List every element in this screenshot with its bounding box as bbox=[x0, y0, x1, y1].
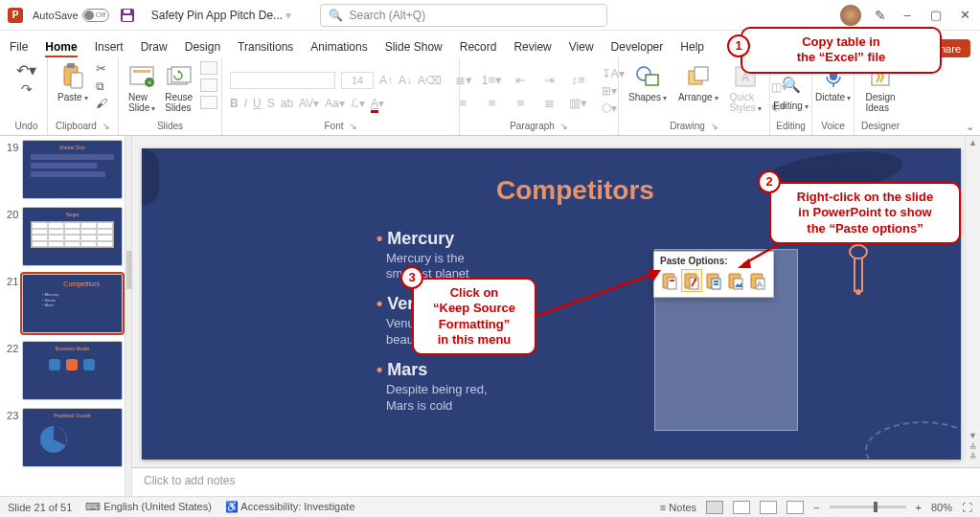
autosave-toggle[interactable]: Off bbox=[82, 9, 109, 22]
vertical-scrollbar[interactable]: ▲ ▼ ≙ ≚ bbox=[965, 136, 980, 463]
thumbnail-slide-19[interactable]: Market Size bbox=[22, 140, 122, 199]
case-button[interactable]: Aa▾ bbox=[325, 97, 345, 110]
shrink-font-icon[interactable]: A↓ bbox=[399, 74, 412, 87]
arrange-button[interactable]: Arrange bbox=[676, 61, 720, 104]
tab-design[interactable]: Design bbox=[185, 40, 220, 57]
new-slide-button[interactable]: + New Slide bbox=[126, 61, 157, 115]
prev-slide-icon[interactable]: ≙ bbox=[969, 442, 977, 452]
svg-rect-27 bbox=[668, 278, 676, 289]
align-left-icon[interactable]: ≡ bbox=[454, 94, 473, 111]
notes-pane[interactable]: Click to add notes bbox=[132, 467, 980, 496]
paste-icon bbox=[59, 63, 86, 90]
tab-animations[interactable]: Animations bbox=[310, 40, 367, 57]
paste-embed-icon[interactable] bbox=[704, 270, 723, 291]
accessibility-status[interactable]: ♿ Accessibility: Investigate bbox=[225, 501, 355, 513]
thumbnail-pane[interactable]: 19 Market Size 20 Target 21 Competitors•… bbox=[0, 136, 125, 496]
thumbnail-slide-23[interactable]: Predicted Growth bbox=[22, 408, 122, 467]
bold-button[interactable]: B bbox=[230, 97, 239, 110]
pen-icon[interactable]: ✎ bbox=[875, 8, 886, 23]
thumbnail-slide-20[interactable]: Target bbox=[22, 207, 122, 266]
thumb-splitter[interactable] bbox=[125, 136, 132, 496]
paste-keep-source-formatting-icon[interactable] bbox=[682, 270, 701, 291]
paragraph-launcher-icon[interactable]: ↘ bbox=[560, 122, 568, 131]
underline-button[interactable]: U bbox=[253, 97, 262, 110]
font-size-select[interactable]: 14 bbox=[341, 72, 374, 89]
italic-button[interactable]: I bbox=[244, 97, 247, 110]
font-color-icon[interactable]: A▾ bbox=[371, 97, 384, 110]
cut-icon[interactable]: ✂ bbox=[96, 61, 107, 76]
copy-icon[interactable]: ⧉ bbox=[96, 79, 107, 93]
tab-slideshow[interactable]: Slide Show bbox=[385, 40, 443, 57]
editing-button[interactable]: 🔍 Editing bbox=[771, 70, 810, 113]
undo-icon[interactable]: ↶▾ bbox=[16, 61, 36, 79]
tab-view[interactable]: View bbox=[569, 40, 594, 57]
indent-left-icon[interactable]: ⇤ bbox=[512, 71, 531, 88]
next-slide-icon[interactable]: ≚ bbox=[969, 452, 977, 461]
layout-icon[interactable] bbox=[200, 61, 217, 75]
zoom-in-icon[interactable]: + bbox=[916, 502, 922, 513]
columns-icon[interactable]: ▥▾ bbox=[569, 94, 588, 111]
tab-help[interactable]: Help bbox=[680, 40, 704, 57]
reading-view-icon[interactable] bbox=[760, 501, 777, 514]
reuse-slides-button[interactable]: Reuse Slides bbox=[163, 61, 194, 115]
notes-button[interactable]: ≡ Notes bbox=[660, 502, 696, 513]
scroll-down-icon[interactable]: ▼ bbox=[969, 431, 977, 440]
close-button[interactable]: ✕ bbox=[957, 8, 972, 22]
svg-line-43 bbox=[536, 274, 653, 316]
slideshow-view-icon[interactable] bbox=[786, 501, 804, 514]
align-right-icon[interactable]: ≡ bbox=[512, 94, 531, 111]
redo-icon[interactable]: ↷ bbox=[21, 81, 33, 97]
font-launcher-icon[interactable]: ↘ bbox=[350, 122, 357, 131]
shadow-button[interactable]: ab bbox=[281, 97, 293, 110]
fit-to-window-icon[interactable]: ⛶ bbox=[962, 502, 972, 513]
normal-view-icon[interactable] bbox=[706, 501, 723, 514]
tab-record[interactable]: Record bbox=[460, 40, 497, 57]
file-name[interactable]: Safety Pin App Pitch De... ▾ bbox=[151, 9, 292, 22]
tab-transitions[interactable]: Transitions bbox=[238, 40, 293, 57]
search-input[interactable]: 🔍 Search (Alt+Q) bbox=[320, 4, 607, 27]
thumbnail-slide-22[interactable]: Business Model bbox=[22, 341, 122, 400]
tab-home[interactable]: Home bbox=[45, 40, 77, 57]
zoom-level[interactable]: 80% bbox=[931, 502, 952, 513]
language-status[interactable]: ⌨ English (United States) bbox=[85, 501, 212, 513]
reset-icon[interactable] bbox=[200, 79, 217, 92]
minimize-button[interactable]: – bbox=[900, 8, 915, 22]
drawing-launcher-icon[interactable]: ↘ bbox=[711, 122, 718, 131]
sorter-view-icon[interactable] bbox=[733, 501, 750, 514]
format-painter-icon[interactable]: 🖌 bbox=[96, 97, 107, 110]
section-icon[interactable] bbox=[200, 96, 217, 109]
tab-review[interactable]: Review bbox=[513, 40, 551, 57]
maximize-button[interactable]: ▢ bbox=[928, 8, 944, 22]
scroll-up-icon[interactable]: ▲ bbox=[969, 138, 977, 147]
indent-right-icon[interactable]: ⇥ bbox=[540, 71, 559, 88]
bullets-icon[interactable]: ≣▾ bbox=[454, 71, 473, 88]
slide-counter[interactable]: Slide 21 of 51 bbox=[8, 502, 72, 513]
slide-title[interactable]: Competitors bbox=[496, 175, 654, 206]
collapse-ribbon-icon[interactable]: ⌄ bbox=[966, 121, 974, 133]
shapes-button[interactable]: Shapes bbox=[627, 61, 669, 104]
thumb-number: 21 bbox=[2, 274, 18, 287]
line-spacing-icon[interactable]: ↕≡ bbox=[569, 71, 588, 88]
paste-button[interactable]: Paste bbox=[56, 61, 90, 104]
grow-font-icon[interactable]: A↑ bbox=[379, 74, 393, 87]
save-icon[interactable] bbox=[119, 7, 136, 24]
tab-developer[interactable]: Developer bbox=[611, 40, 664, 57]
font-name-select[interactable] bbox=[230, 72, 335, 89]
highlight-icon[interactable]: ℒ▾ bbox=[351, 97, 365, 110]
zoom-slider[interactable] bbox=[830, 506, 906, 508]
clear-format-icon[interactable]: A⌫ bbox=[418, 74, 442, 87]
clipboard-launcher-icon[interactable]: ↘ bbox=[103, 122, 110, 131]
tab-insert[interactable]: Insert bbox=[95, 40, 124, 57]
justify-icon[interactable]: ≣ bbox=[540, 94, 559, 111]
user-avatar[interactable] bbox=[840, 5, 861, 26]
tab-file[interactable]: File bbox=[10, 40, 28, 57]
group-paragraph-label: Paragraph bbox=[510, 121, 555, 131]
autosave-label: AutoSave bbox=[33, 10, 79, 21]
spacing-button[interactable]: AV▾ bbox=[299, 97, 319, 110]
tab-draw[interactable]: Draw bbox=[141, 40, 168, 57]
zoom-out-icon[interactable]: − bbox=[813, 502, 819, 513]
strike-button[interactable]: S bbox=[267, 97, 275, 110]
align-center-icon[interactable]: ≡ bbox=[483, 94, 502, 111]
numbering-icon[interactable]: 1≡▾ bbox=[483, 71, 502, 88]
thumbnail-slide-21[interactable]: Competitors• Mercury• Venus• Mars bbox=[22, 274, 122, 333]
